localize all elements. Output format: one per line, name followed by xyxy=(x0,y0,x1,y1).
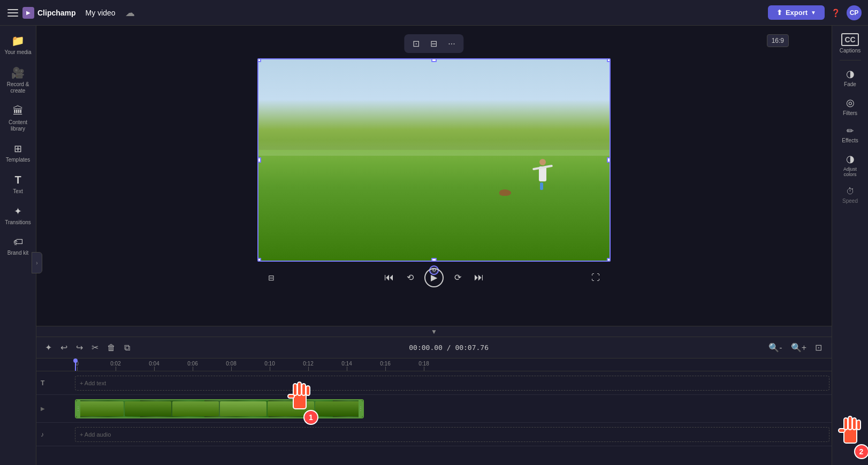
forward-button[interactable]: ⟳ xyxy=(452,270,463,285)
content-library-icon: 🏛 xyxy=(13,105,24,117)
sidebar-item-record[interactable]: 🎥 Record &create xyxy=(2,62,34,98)
logo-area: Clipchamp xyxy=(22,7,76,19)
sidebar-item-content-library[interactable]: 🏛 Contentlibrary xyxy=(2,101,34,136)
skip-back-button[interactable]: ⏮ xyxy=(382,270,396,285)
ruler-mark-7: 0:14 xyxy=(347,361,385,371)
text-track-row: T + Add text xyxy=(36,371,832,395)
right-sidebar-item-adjust-colors[interactable]: ◑ Adjustcolors xyxy=(834,149,866,181)
audio-track-row: ♪ + Add audio xyxy=(36,423,832,446)
resize-handle-r[interactable] xyxy=(607,157,611,163)
play-button[interactable]: ▶ xyxy=(424,268,444,287)
right-sidebar-item-filters[interactable]: ◎ Filters xyxy=(834,93,866,120)
copy-button[interactable]: ⧉ xyxy=(122,341,132,355)
sidebar-item-templates[interactable]: ⊞ Templates xyxy=(2,139,34,167)
hand-cursor-2-svg xyxy=(834,414,866,451)
sidebar-item-transitions[interactable]: ✦ Transitions xyxy=(2,201,34,230)
sidebar-item-label: Templates xyxy=(6,157,31,163)
export-icon: ⬆ xyxy=(776,9,782,17)
rewind-button[interactable]: ⟲ xyxy=(405,270,416,285)
add-audio-button[interactable]: + Add audio xyxy=(75,427,829,442)
sidebar-collapse-button[interactable]: › xyxy=(32,252,42,273)
sidebar-item-label: Your media xyxy=(4,49,31,56)
video-frame[interactable] xyxy=(257,58,611,262)
timeline-time-display: 00:00.00 / 00:07.76 xyxy=(136,344,761,352)
resize-handle-l[interactable] xyxy=(257,157,261,163)
fullscreen-button[interactable]: ⛶ xyxy=(591,273,600,283)
resize-handle-br[interactable] xyxy=(607,258,611,262)
aspect-ratio-badge: 16:9 xyxy=(767,34,789,47)
topbar-right: ⬆ Export ▼ ❓ CP xyxy=(768,5,862,20)
your-media-icon: 📁 xyxy=(11,34,25,47)
redo-button[interactable]: ↪ xyxy=(74,340,85,355)
timeline-toolbar: ✦ ↩ ↪ ✂ 🗑 ⧉ 00:00.00 / 00:07.76 🔍- 🔍+ ⊡ xyxy=(36,337,832,359)
ruler-mark-2: 0:04 xyxy=(154,361,193,371)
clip-right-handle[interactable]: ⋮ xyxy=(359,400,363,417)
svg-rect-6 xyxy=(844,427,857,443)
video-track-area: ⋮ xyxy=(75,395,832,422)
avatar[interactable]: CP xyxy=(847,5,862,20)
menu-button[interactable] xyxy=(6,7,17,18)
right-sidebar-item-effects[interactable]: ✏ Effects xyxy=(834,121,866,148)
timeline-ruler: 0 0:02 0:04 0:06 0:08 0:10 0:12 0:14 0:1… xyxy=(36,359,832,371)
text-icon: T xyxy=(14,174,21,186)
resize-handle-bl[interactable] xyxy=(257,258,261,262)
project-name-button[interactable]: My video xyxy=(81,6,120,19)
center-area: ⊡ ⊟ ··· 16:9 xyxy=(36,26,832,465)
clip-left-handle[interactable]: ⋮ xyxy=(76,400,80,417)
topbar-left: Clipchamp My video ☁ xyxy=(6,6,135,19)
text-track-label: T xyxy=(36,379,75,387)
timeline-expand-button[interactable]: ▼ xyxy=(36,326,832,337)
ruler-mark-6: 0:12 xyxy=(308,361,347,371)
right-sidebar-item-captions[interactable]: CC Captions xyxy=(834,30,866,57)
ruler-mark-9: 0:18 xyxy=(424,361,462,371)
cut-button[interactable]: ✂ xyxy=(89,340,101,355)
zoom-controls: 🔍- 🔍+ ⊡ xyxy=(765,341,825,354)
audio-track-area-container: + Add audio xyxy=(75,423,832,446)
undo-button[interactable]: ↩ xyxy=(58,340,70,355)
crop-button[interactable]: ⊡ xyxy=(408,36,424,51)
video-preview-bg xyxy=(258,59,610,261)
more-options-button[interactable]: ··· xyxy=(444,37,459,51)
sidebar-item-label: Record &create xyxy=(7,81,29,94)
templates-icon: ⊞ xyxy=(14,143,22,155)
export-button[interactable]: ⬆ Export ▼ xyxy=(768,5,825,20)
ruler-mark-8: 0:16 xyxy=(385,361,424,371)
right-sidebar-item-fade[interactable]: ◑ Fade xyxy=(834,64,866,92)
sidebar-item-your-media[interactable]: 📁 Your media xyxy=(2,30,34,60)
cursor-annotation-2: 2 xyxy=(830,409,869,461)
add-audio-label: + Add audio xyxy=(80,431,111,438)
export-dropdown-icon: ▼ xyxy=(811,10,816,16)
zoom-in-button[interactable]: 🔍+ xyxy=(788,341,810,354)
svg-rect-11 xyxy=(839,429,845,432)
svg-rect-9 xyxy=(852,418,856,430)
resize-handle-b[interactable] xyxy=(431,258,437,262)
topbar: Clipchamp My video ☁ ⬆ Export ▼ ❓ CP xyxy=(0,0,868,26)
fade-icon: ◑ xyxy=(846,68,855,80)
clip-thumbnail xyxy=(76,400,363,417)
captions-toggle-button[interactable]: ⊟ xyxy=(268,273,275,282)
add-text-button[interactable]: + Add text xyxy=(75,376,829,391)
magic-tool-button[interactable]: ✦ xyxy=(43,340,54,355)
video-clip[interactable]: ⋮ xyxy=(75,399,364,418)
resize-handle-t[interactable] xyxy=(431,58,437,62)
add-text-label: + Add text xyxy=(80,380,106,386)
preview-area: ⊡ ⊟ ··· 16:9 xyxy=(36,26,832,326)
right-sidebar-item-speed[interactable]: ⏱ Speed xyxy=(834,182,866,208)
sidebar-item-label: Transitions xyxy=(5,219,31,226)
fit-timeline-button[interactable]: ⊡ xyxy=(812,341,825,354)
adjust-colors-icon: ◑ xyxy=(846,153,855,165)
pip-button[interactable]: ⊟ xyxy=(426,36,441,51)
svg-rect-7 xyxy=(844,418,848,430)
filters-icon: ◎ xyxy=(846,97,855,109)
resize-handle-tl[interactable] xyxy=(257,58,261,62)
sidebar-item-brand-kit[interactable]: 🏷 Brand kit xyxy=(2,232,34,261)
resize-handle-tr[interactable] xyxy=(607,58,611,62)
zoom-out-button[interactable]: 🔍- xyxy=(765,341,785,354)
sidebar-item-text[interactable]: T Text xyxy=(2,170,34,199)
help-button[interactable]: ❓ xyxy=(829,6,842,19)
skip-forward-button[interactable]: ⏭ xyxy=(472,270,486,285)
speed-icon: ⏱ xyxy=(846,187,855,196)
delete-button[interactable]: 🗑 xyxy=(105,341,118,355)
video-track-row: ▶ ⋮ xyxy=(36,395,832,423)
preview-toolbar: ⊡ ⊟ ··· xyxy=(404,34,463,53)
